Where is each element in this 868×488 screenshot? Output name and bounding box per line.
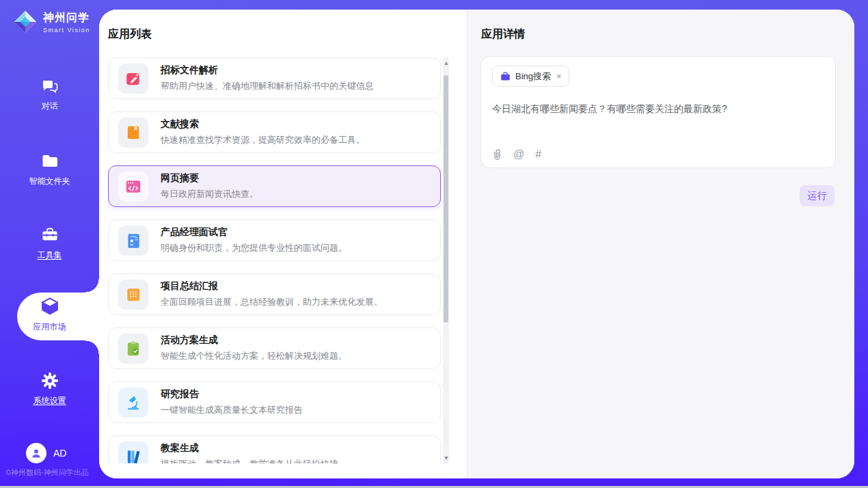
- run-button[interactable]: 运行: [800, 185, 835, 206]
- app-card-project-summary[interactable]: 项目总结汇报 全面回顾项目进展，总结经验教训，助力未来优化发展。: [108, 273, 441, 315]
- sidebar-item-label: 系统设置: [33, 395, 66, 407]
- active-bubble-corner-bottom: [85, 340, 99, 354]
- app-card-title: 教案生成: [161, 442, 338, 455]
- app-card-desc: 每日政府新闻资讯快查。: [161, 188, 258, 200]
- avatar: [26, 443, 46, 463]
- app-card-desc: 帮助用户快速、准确地理解和解析招标书中的关键信息: [161, 80, 374, 92]
- user-account[interactable]: AD: [26, 443, 66, 463]
- query-text[interactable]: 今日湖北有哪些新闻要点？有哪些需要关注的最新政策?: [492, 102, 824, 116]
- brand-logo-icon: [12, 9, 38, 35]
- app-card-title: 项目总结汇报: [161, 280, 383, 293]
- toolbox-icon: [40, 226, 59, 245]
- app-card-web-summary[interactable]: 网页摘要 每日政府新闻资讯快查。: [108, 165, 441, 207]
- sidebar-item-settings[interactable]: 系统设置: [0, 371, 99, 407]
- tag-close-icon[interactable]: ×: [556, 71, 562, 81]
- app-card-list: 招标文件解析 帮助用户快速、准确地理解和解析招标书中的关键信息 文献搜索 快速精…: [108, 57, 442, 463]
- app-card-title: 产品经理面试官: [161, 226, 347, 239]
- hash-icon[interactable]: #: [535, 149, 541, 160]
- folder-icon: [40, 152, 59, 171]
- sidebar-item-label: 工具集: [38, 249, 62, 261]
- sidebar-item-toolset[interactable]: 工具集: [0, 226, 99, 261]
- interviewer-doc-icon: [118, 226, 148, 256]
- event-plan-icon: [118, 334, 148, 364]
- brand-subtitle: Smart Vision: [43, 27, 90, 33]
- web-summary-icon: [118, 172, 148, 202]
- app-card-desc: 智能生成个性化活动方案，轻松解决规划难题。: [161, 350, 347, 362]
- mention-at-icon[interactable]: @: [513, 149, 524, 160]
- gear-icon: [40, 371, 59, 390]
- tool-tag-bing-search[interactable]: Bing搜索 ×: [492, 66, 569, 87]
- app-card-title: 研究报告: [161, 388, 303, 401]
- sidebar-item-label: 智能文件夹: [29, 176, 70, 187]
- app-card-title: 活动方案生成: [161, 334, 347, 347]
- brand-name: 神州问学: [43, 11, 90, 25]
- project-report-icon: [118, 280, 148, 310]
- app-card-title: 文献搜索: [161, 118, 365, 131]
- sidebar-item-smart-folder[interactable]: 智能文件夹: [0, 152, 99, 187]
- sidebar-item-app-market[interactable]: 应用市场: [0, 296, 99, 333]
- sidebar-item-label: 应用市场: [33, 321, 66, 333]
- brand: 神州问学 Smart Vision: [12, 9, 90, 35]
- sidebar: 神州问学 Smart Vision 对话 智能文件夹: [0, 0, 99, 488]
- list-scrollbar[interactable]: [443, 57, 449, 463]
- tool-tag-label: Bing搜索: [515, 70, 551, 83]
- prompt-composer[interactable]: Bing搜索 × 今日湖北有哪些新闻要点？有哪些需要关注的最新政策? @ #: [480, 56, 836, 168]
- paperclip-icon[interactable]: [492, 148, 502, 161]
- app-card-desc: 模板驱动，教案秒成，教学准备从此轻松快捷: [161, 458, 338, 463]
- app-card-title: 网页摘要: [161, 172, 258, 185]
- sidebar-item-chat[interactable]: 对话: [0, 77, 99, 112]
- bid-doc-icon: [118, 64, 148, 94]
- app-card-desc: 明确身份和职责，为您提供专业性的面试问题。: [161, 242, 347, 254]
- app-card-lesson-plan[interactable]: 教案生成 模板驱动，教案秒成，教学准备从此轻松快捷: [108, 435, 441, 463]
- sidebar-item-label: 对话: [42, 100, 58, 112]
- research-microscope-icon: [118, 388, 148, 418]
- main-container: 应用列表 招标文件解析 帮助用户快速、准确地理解和解析招标书中的关键信息: [99, 10, 854, 478]
- app-card-desc: 快速精准查找学术资源，提高研究效率的必备工具。: [161, 134, 365, 146]
- app-card-literature-search[interactable]: 文献搜索 快速精准查找学术资源，提高研究效率的必备工具。: [108, 111, 441, 153]
- app-detail-panel: 应用详情 Bing搜索 × 今日湖北有哪些新闻要点？有哪些需要关注的最新政策?: [467, 10, 854, 478]
- app-card-desc: 一键智能生成高质量长文本研究报告: [161, 404, 303, 416]
- app-list-panel: 应用列表 招标文件解析 帮助用户快速、准确地理解和解析招标书中的关键信息: [99, 10, 467, 478]
- app-card-pm-interviewer[interactable]: 产品经理面试官 明确身份和职责，为您提供专业性的面试问题。: [108, 219, 441, 261]
- app-detail-title: 应用详情: [481, 27, 525, 42]
- cube-icon: [40, 296, 60, 316]
- scrollbar-thumb[interactable]: [444, 75, 448, 323]
- briefcase-icon: [500, 71, 511, 82]
- literature-book-icon: [118, 118, 148, 148]
- scroll-down-icon[interactable]: [443, 454, 449, 462]
- scroll-up-icon[interactable]: [443, 59, 449, 67]
- lesson-books-icon: [118, 442, 148, 464]
- app-card-desc: 全面回顾项目进展，总结经验教训，助力未来优化发展。: [161, 296, 383, 308]
- app-list-title: 应用列表: [108, 27, 152, 42]
- chat-icon: [40, 77, 59, 96]
- user-initials: AD: [53, 448, 66, 459]
- person-icon: [30, 447, 42, 459]
- app-card-event-plan[interactable]: 活动方案生成 智能生成个性化活动方案，轻松解决规划难题。: [108, 327, 441, 369]
- composer-toolbar: @ #: [492, 148, 541, 161]
- copyright-footer: ©神州数码·神州问学出品: [5, 467, 101, 478]
- app-card-bid-parse[interactable]: 招标文件解析 帮助用户快速、准确地理解和解析招标书中的关键信息: [108, 57, 441, 99]
- app-card-title: 招标文件解析: [161, 64, 374, 77]
- app-card-research-report[interactable]: 研究报告 一键智能生成高质量长文本研究报告: [108, 381, 441, 423]
- active-bubble-corner-top: [85, 279, 99, 293]
